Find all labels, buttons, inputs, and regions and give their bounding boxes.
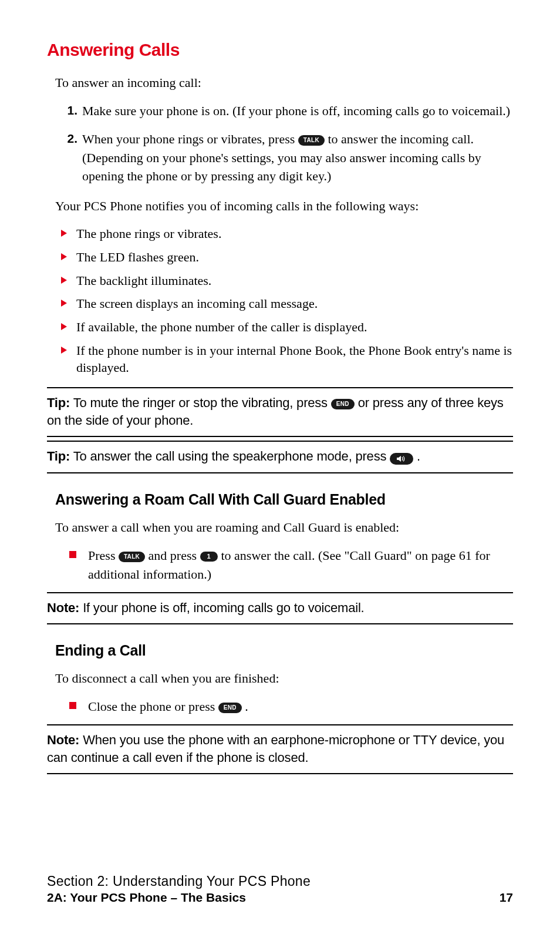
- list-item: The LED flashes green.: [69, 248, 513, 266]
- steps-list: 1. Make sure your phone is on. (If your …: [47, 102, 513, 186]
- note-text: When you use the phone with an earphone-…: [47, 733, 504, 765]
- tip-label: Tip:: [47, 395, 70, 410]
- step-text: .: [245, 699, 248, 714]
- roam-section: Answering a Roam Call With Call Guard En…: [47, 491, 513, 584]
- intro-text: To answer an incoming call:: [47, 74, 513, 92]
- subsection-heading: Ending a Call: [55, 642, 513, 659]
- one-key-icon: 1: [200, 552, 218, 562]
- tip-text: To mute the ringer or stop the vibrating…: [70, 395, 331, 410]
- footer-section-title: Section 2: Understanding Your PCS Phone: [47, 873, 513, 889]
- tip-callout: Tip: To mute the ringer or stop the vibr…: [47, 387, 513, 437]
- note-text: If your phone is off, incoming calls go …: [79, 600, 364, 615]
- note-label: Note:: [47, 600, 79, 615]
- end-key-icon: END: [218, 703, 242, 713]
- step-text: When your phone rings or vibrates, press: [82, 132, 298, 146]
- list-item: The phone rings or vibrates.: [69, 225, 513, 243]
- step-marker: 1.: [60, 102, 77, 119]
- list-item: If the phone number is in your internal …: [69, 342, 513, 377]
- note-label: Note:: [47, 733, 79, 747]
- note-callout: Note: When you use the phone with an ear…: [47, 724, 513, 774]
- note-callout: Note: If your phone is off, incoming cal…: [47, 592, 513, 625]
- page-footer: Section 2: Understanding Your PCS Phone …: [47, 873, 513, 905]
- tip-text: To answer the call using the speakerphon…: [70, 449, 390, 463]
- notify-list: The phone rings or vibrates. The LED fla…: [47, 225, 513, 377]
- talk-key-icon: TALK: [298, 135, 325, 146]
- ending-intro: To disconnect a call when you are finish…: [55, 670, 513, 688]
- end-key-icon: END: [331, 399, 355, 409]
- list-item: If available, the phone number of the ca…: [69, 318, 513, 336]
- list-item: The backlight illuminates.: [69, 272, 513, 290]
- page-number: 17: [500, 891, 513, 905]
- list-item: Press TALK and press 1 to answer the cal…: [82, 546, 513, 584]
- speaker-key-icon: [390, 453, 413, 465]
- tip-label: Tip:: [47, 449, 70, 463]
- step-text: Close the phone or press: [88, 699, 218, 714]
- talk-key-icon: TALK: [119, 552, 145, 562]
- subsection-heading: Answering a Roam Call With Call Guard En…: [55, 491, 513, 508]
- roam-steps: Press TALK and press 1 to answer the cal…: [55, 546, 513, 584]
- step-item: 1. Make sure your phone is on. (If your …: [82, 102, 513, 120]
- step-marker: 2.: [60, 130, 77, 147]
- step-text: Press: [88, 548, 119, 563]
- footer-subsection: 2A: Your PCS Phone – The Basics: [47, 891, 246, 905]
- roam-intro: To answer a call when you are roaming an…: [55, 519, 513, 537]
- list-item: The screen displays an incoming call mes…: [69, 295, 513, 313]
- step-text: and press: [149, 548, 200, 563]
- tip-callout: Tip: To answer the call using the speake…: [47, 441, 513, 473]
- ending-section: Ending a Call To disconnect a call when …: [47, 642, 513, 716]
- section-heading: Answering Calls: [47, 40, 513, 60]
- ending-steps: Close the phone or press END .: [55, 697, 513, 716]
- notify-intro: Your PCS Phone notifies you of incoming …: [47, 197, 513, 216]
- step-item: 2. When your phone rings or vibrates, pr…: [82, 130, 513, 186]
- list-item: Close the phone or press END .: [82, 697, 513, 716]
- step-text: Make sure your phone is on. (If your pho…: [82, 103, 510, 118]
- tip-text: .: [413, 449, 420, 463]
